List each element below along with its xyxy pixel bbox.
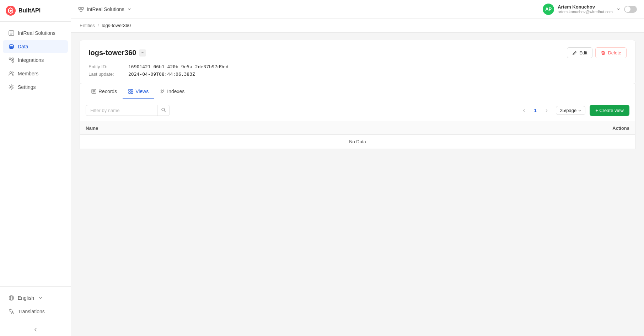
org-icon (9, 30, 14, 36)
entity-collapse-icon[interactable] (139, 49, 146, 57)
sidebar-english-label: English (18, 295, 34, 301)
integrations-icon (9, 57, 14, 63)
sidebar-item-integrations-label: Integrations (18, 57, 44, 63)
edit-button[interactable]: Edit (567, 47, 592, 58)
entity-title-area: logs-tower360 (88, 49, 146, 57)
tabs-section: Records Views (80, 84, 635, 149)
chevron-down-icon (38, 296, 43, 300)
page-size-label: 25/page (560, 108, 576, 113)
svg-point-1 (10, 10, 12, 12)
sidebar-item-members-label: Members (18, 71, 38, 76)
svg-point-5 (12, 61, 14, 63)
breadcrumb: Entities / logs-tower360 (71, 18, 644, 33)
filter-input-wrap (86, 105, 170, 116)
settings-icon (9, 84, 14, 90)
topbar-left: IntReal Solutions (78, 6, 132, 12)
delete-button[interactable]: Delete (595, 47, 627, 58)
tab-views-label: Views (135, 89, 149, 94)
entity-meta: Entity ID: 16901421-06b1-420b-9e5a-2de37… (88, 64, 627, 77)
entity-id-row: Entity ID: 16901421-06b1-420b-9e5a-2de37… (88, 64, 627, 69)
last-update-label: Last update: (88, 71, 124, 77)
sidebar-collapse-button[interactable] (0, 323, 71, 336)
svg-rect-19 (131, 92, 133, 94)
sidebar-item-data-label: Data (18, 44, 28, 49)
create-view-button[interactable]: + Create view (590, 105, 629, 116)
column-actions-header: Actions (334, 122, 635, 135)
chevron-left-pagination-icon (522, 108, 526, 113)
toggle-knob (625, 6, 630, 12)
svg-rect-12 (79, 7, 81, 9)
page-size-chevron-icon (578, 109, 581, 112)
delete-icon (601, 50, 606, 55)
svg-point-9 (11, 86, 12, 88)
globe-icon (9, 295, 14, 301)
toggle-switch[interactable] (624, 6, 637, 13)
indexes-tab-icon (160, 89, 165, 94)
org-chevron-icon (127, 7, 132, 11)
sidebar-item-data[interactable]: Data (3, 40, 68, 53)
topbar-right: AP Artem Konuchov artem.konuchov@wiredhu… (543, 4, 637, 15)
tab-indexes[interactable]: Indexes (154, 84, 190, 99)
svg-rect-16 (129, 89, 130, 91)
toolbar-right: 1 25/page + Create (519, 105, 629, 116)
org-topbar-icon (78, 6, 84, 12)
tilde-icon (140, 50, 145, 55)
sidebar-item-integrations[interactable]: Integrations (3, 54, 68, 66)
edit-icon (572, 50, 577, 55)
tabs-bar: Records Views (80, 84, 635, 99)
tab-records-label: Records (98, 89, 117, 94)
page-size-selector[interactable]: 25/page (556, 106, 585, 115)
entity-actions: Edit Delete (567, 47, 627, 58)
user-info: Artem Konuchov artem.konuchov@wiredhut.c… (558, 4, 613, 14)
logo-area: BuiltAPI (0, 0, 71, 22)
sidebar-item-english[interactable]: English (3, 292, 68, 304)
sidebar-item-org[interactable]: IntReal Solutions (3, 27, 68, 39)
svg-point-4 (9, 58, 11, 60)
filter-by-name-input[interactable] (86, 106, 157, 115)
filter-search-button[interactable] (157, 105, 170, 116)
no-data-label: No Data (80, 135, 635, 149)
user-name: Artem Konuchov (558, 4, 613, 10)
chevron-left-icon (33, 327, 38, 332)
no-data-row: No Data (80, 135, 635, 149)
page-prev-button[interactable] (519, 106, 529, 116)
sidebar-item-settings[interactable]: Settings (3, 81, 68, 94)
tab-views[interactable]: Views (123, 84, 154, 99)
breadcrumb-entities[interactable]: Entities (80, 23, 95, 28)
svg-rect-17 (131, 89, 133, 91)
column-name-header: Name (80, 122, 334, 135)
sidebar-item-org-label: IntReal Solutions (18, 30, 55, 36)
user-email: artem.konuchov@wiredhut.com (558, 10, 613, 14)
svg-point-8 (12, 72, 14, 73)
entity-card: logs-tower360 Edit (80, 40, 635, 84)
sidebar-item-members[interactable]: Members (3, 67, 68, 80)
sidebar: BuiltAPI IntReal Solutions Data (0, 0, 71, 336)
entity-id-value: 16901421-06b1-420b-9e5a-2de37b97d9ed (128, 64, 229, 69)
views-table: Name Actions No Data (80, 122, 635, 149)
last-update-value: 2024-04-09T08:44:06.383Z (128, 71, 195, 77)
last-update-row: Last update: 2024-04-09T08:44:06.383Z (88, 71, 627, 77)
page-next-button[interactable] (542, 106, 552, 116)
logo-icon (6, 6, 16, 16)
svg-point-6 (12, 58, 14, 60)
topbar: IntReal Solutions AP Artem Konuchov arte… (71, 0, 644, 18)
user-avatar: AP (543, 4, 554, 15)
sidebar-bottom: English Translations (0, 286, 71, 323)
sidebar-item-translations[interactable]: Translations (3, 305, 68, 318)
entity-title-text: logs-tower360 (88, 49, 136, 57)
tab-records[interactable]: Records (86, 84, 123, 99)
breadcrumb-current: logs-tower360 (102, 23, 131, 28)
user-chevron-icon (616, 7, 621, 11)
main-area: IntReal Solutions AP Artem Konuchov arte… (71, 0, 644, 336)
delete-button-label: Delete (608, 50, 621, 55)
breadcrumb-separator: / (98, 23, 99, 28)
org-selector-label[interactable]: IntReal Solutions (87, 6, 124, 12)
edit-button-label: Edit (579, 50, 587, 55)
svg-point-23 (162, 108, 165, 111)
translate-icon (9, 309, 14, 314)
members-icon (9, 71, 14, 76)
svg-point-3 (9, 45, 14, 47)
table-toolbar: 1 25/page + Create (80, 99, 635, 122)
sidebar-item-settings-label: Settings (18, 84, 36, 90)
data-icon (9, 44, 14, 49)
